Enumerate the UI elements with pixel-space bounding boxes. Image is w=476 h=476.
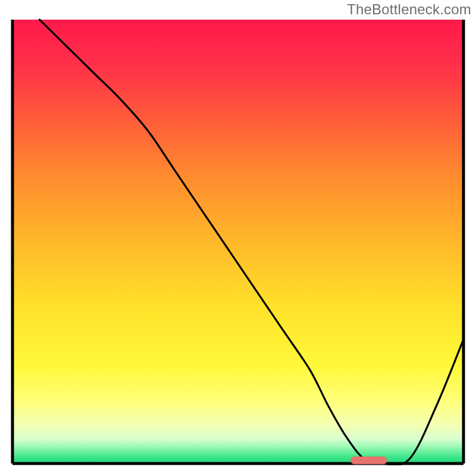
gradient-rect [12, 20, 464, 464]
watermark-text: TheBottleneck.com [347, 1, 471, 18]
plot-svg [11, 18, 465, 465]
chart-stage: TheBottleneck.com [0, 0, 476, 476]
optimal-range-marker [351, 457, 387, 464]
plot-area [11, 18, 465, 465]
